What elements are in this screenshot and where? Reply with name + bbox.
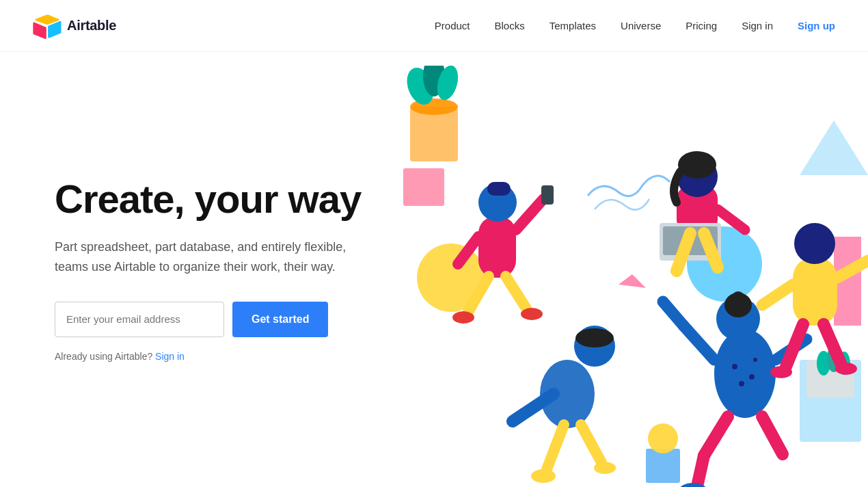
svg-rect-15 <box>646 449 680 483</box>
svg-point-34 <box>452 311 474 324</box>
nav-signup[interactable]: Sign up <box>798 20 835 31</box>
svg-line-21 <box>547 425 564 469</box>
svg-line-52 <box>683 326 714 360</box>
svg-line-63 <box>786 324 803 367</box>
svg-point-65 <box>770 366 792 378</box>
svg-point-19 <box>575 328 614 347</box>
navbar: Airtable Product Blocks Templates Univer… <box>0 0 868 52</box>
svg-line-61 <box>762 285 793 305</box>
nav-links: Product Blocks Templates Universe Pricin… <box>435 20 835 31</box>
logo-link[interactable]: Airtable <box>33 12 116 40</box>
svg-point-47 <box>739 381 744 386</box>
logo-text: Airtable <box>67 18 116 34</box>
svg-marker-67 <box>619 274 646 288</box>
hero-section: Create, your way Part spreadsheet, part … <box>0 52 868 487</box>
svg-line-53 <box>663 302 683 326</box>
svg-point-24 <box>594 462 616 474</box>
svg-line-55 <box>704 417 728 456</box>
svg-point-35 <box>521 308 543 320</box>
svg-point-44 <box>714 329 776 418</box>
svg-rect-5 <box>403 168 444 206</box>
svg-line-29 <box>516 199 543 230</box>
nav-signin[interactable]: Sign in <box>742 20 773 31</box>
svg-rect-28 <box>487 182 511 196</box>
svg-rect-59 <box>793 257 837 326</box>
svg-rect-30 <box>541 185 554 205</box>
get-started-button[interactable]: Get started <box>232 302 328 337</box>
svg-point-45 <box>732 364 737 369</box>
svg-rect-25 <box>478 216 516 278</box>
email-input[interactable] <box>55 302 224 337</box>
svg-point-38 <box>678 151 716 179</box>
cta-row: Get started <box>55 302 369 337</box>
hero-illustration <box>390 66 868 487</box>
svg-point-51 <box>731 291 745 305</box>
illustration-svg <box>390 66 868 487</box>
hero-title: Create, your way <box>55 177 369 221</box>
nav-blocks[interactable]: Blocks <box>495 20 525 31</box>
signin-link[interactable]: Sign in <box>155 351 185 362</box>
svg-line-33 <box>506 276 526 308</box>
svg-point-66 <box>835 363 857 375</box>
nav-universe[interactable]: Universe <box>621 20 661 31</box>
svg-line-57 <box>762 417 783 454</box>
svg-point-60 <box>794 223 835 264</box>
svg-marker-8 <box>800 120 868 175</box>
svg-line-22 <box>581 425 601 462</box>
logo-icon <box>33 12 62 40</box>
already-text: Already using Airtable? Sign in <box>55 351 369 362</box>
svg-point-46 <box>749 374 755 380</box>
svg-line-56 <box>697 456 704 486</box>
nav-pricing[interactable]: Pricing <box>686 20 717 31</box>
hero-content: Create, your way Part spreadsheet, part … <box>55 177 369 361</box>
hero-description: Part spreadsheet, part database, and ent… <box>55 237 369 277</box>
nav-templates[interactable]: Templates <box>550 20 596 31</box>
svg-point-23 <box>531 469 556 483</box>
svg-point-16 <box>648 423 678 453</box>
svg-point-48 <box>753 358 757 362</box>
nav-product[interactable]: Product <box>435 20 470 31</box>
